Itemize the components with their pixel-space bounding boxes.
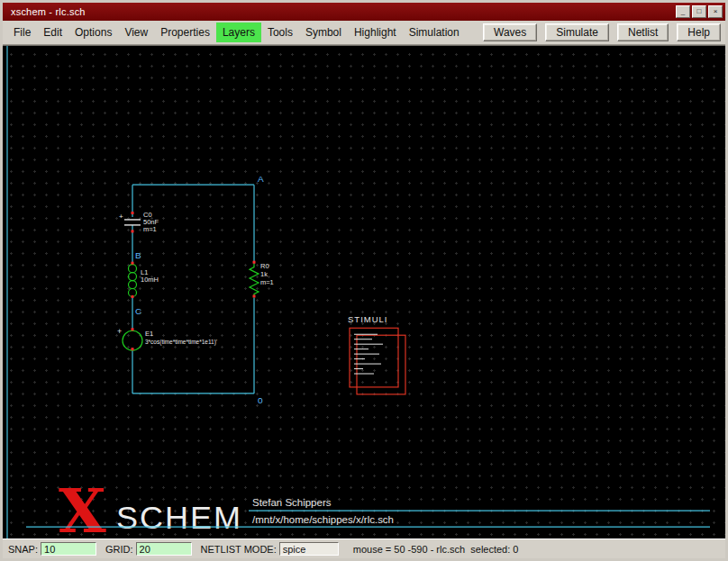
source-ref: E1 [145,330,153,338]
window-title: xschem - rlc.sch [11,6,674,17]
source-circle [123,330,142,350]
schematic-canvas[interactable]: A B C 0 + C0 50nF m=1 [3,45,725,538]
menu-view[interactable]: View [118,23,154,42]
mouse-status: mouse = 50 -590 - rlc.sch selected: 0 [353,544,519,555]
close-button[interactable]: × [708,5,723,18]
node-label-a[interactable]: A [258,174,264,184]
maximize-button[interactable]: □ [692,5,706,18]
menu-symbol[interactable]: Symbol [299,23,348,42]
menu-tools[interactable]: Tools [261,23,299,42]
help-button[interactable]: Help [677,23,721,41]
schematic-path-text: /mnt/x/home/schippes/x/rlc.sch [252,514,394,525]
netlist-mode-input[interactable] [279,542,339,556]
close-icon: × [714,8,718,15]
author-text: Stefan Schippers [252,497,332,508]
grid-label: GRID: [105,544,133,555]
resistor-ref: R0 [260,262,269,270]
resistor-pin-bottom [253,294,256,297]
minimize-icon: _ [681,8,685,15]
source-value: 3*cos(time*time*time*1e11)' [145,339,217,346]
resistor-value: 1k [260,270,268,278]
waves-button[interactable]: Waves [483,23,537,41]
source-pin-bottom [132,348,134,350]
menu-file[interactable]: File [7,23,37,42]
menu-simulation[interactable]: Simulation [403,23,466,42]
grid-input[interactable] [136,542,192,556]
source-plus-sign: + [117,327,122,336]
resistor-mult: m=1 [260,278,274,286]
menu-edit[interactable]: Edit [37,23,68,42]
xschem-logo-text: SCHEM [116,500,242,536]
resistor-r0[interactable]: R0 1k m=1 [250,261,274,298]
netlist-mode-label: NETLIST MODE: [201,544,277,555]
stimuli-block[interactable]: STIMULI [348,314,405,394]
minimize-button[interactable]: _ [676,5,690,18]
capacitor-c0[interactable]: + C0 50nF m=1 [119,211,159,233]
resistor-pin-top [253,261,256,264]
capacitor-mult: m=1 [143,225,157,233]
capacitor-pin-top [132,212,134,214]
node-label-b[interactable]: B [135,250,141,260]
inductor-l1[interactable]: L1 10mH [129,262,159,298]
snap-label: SNAP: [8,544,38,555]
netlist-button[interactable]: Netlist [617,23,669,41]
inductor-value: 10mH [141,276,159,284]
resistor-zigzag [250,264,259,298]
capacitor-pin-bottom [132,230,134,232]
node-label-c[interactable]: C [135,306,141,316]
inductor-pin-top [132,262,134,265]
node-label-gnd[interactable]: 0 [258,395,263,405]
snap-input[interactable] [41,542,96,556]
inductor-pin-bottom [132,295,134,298]
schematic-svg: A B C 0 + C0 50nF m=1 [3,46,725,538]
maximize-icon: □ [697,8,702,15]
menu-options[interactable]: Options [68,23,118,42]
titleblock: X SCHEM Stefan Schippers /mnt/x/home/sch… [26,475,710,538]
xschem-window: xschem - rlc.sch _ □ × File Edit Options… [0,0,728,561]
capacitor-plus-sign: + [119,213,123,221]
xschem-logo-x: X [59,475,106,538]
stimuli-label: STIMULI [348,314,387,324]
source-e1[interactable]: + E1 3*cos(time*time*time*1e11)' [117,327,217,350]
menu-layers[interactable]: Layers [216,23,261,42]
inductor-coil-3 [129,281,137,289]
menu-highlight[interactable]: Highlight [348,23,403,42]
inductor-coil-2 [129,273,137,281]
titlebar[interactable]: xschem - rlc.sch _ □ × [3,3,725,21]
menubar: File Edit Options View Properties Layers… [3,21,725,45]
statusbar: SNAP: GRID: NETLIST MODE: mouse = 50 -59… [3,538,725,558]
inductor-coil-1 [129,265,137,273]
simulate-button[interactable]: Simulate [545,23,609,41]
menu-properties[interactable]: Properties [154,23,216,42]
source-pin-top [132,328,134,330]
